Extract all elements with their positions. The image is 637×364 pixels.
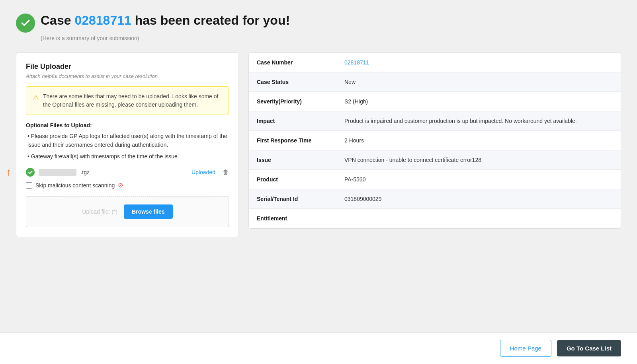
case-details-table: Case Number02818711Case StatusNewSeverit… — [249, 53, 621, 228]
browse-files-button[interactable]: Browse files — [124, 204, 172, 219]
table-row: Entitlement — [249, 209, 621, 228]
table-row: ImpactProduct is impaired and customer p… — [249, 111, 621, 131]
skip-checkbox[interactable] — [26, 182, 32, 189]
uploaded-file-row: ↑ ████████ .tgz Uploaded 🗑 — [26, 168, 229, 177]
table-row: ProductPA-5560 — [249, 170, 621, 189]
file-check-icon — [26, 168, 35, 177]
row-value: PA-5560 — [336, 170, 621, 189]
case-number-link[interactable]: 02818711 — [344, 59, 369, 66]
row-label: Issue — [249, 150, 336, 170]
table-row: Serial/Tenant Id031809000029 — [249, 189, 621, 209]
warning-box: ⚠ There are some files that may need to … — [26, 86, 229, 115]
row-label: Severity(Priority) — [249, 92, 336, 111]
row-label: Case Number — [249, 53, 336, 72]
footer-bar: Home Page Go To Case List — [0, 332, 637, 364]
uploaded-label: Uploaded — [191, 169, 215, 175]
home-page-button[interactable]: Home Page — [500, 340, 551, 357]
warning-icon: ⚠ — [33, 93, 39, 103]
table-row: First Response Time2 Hours — [249, 131, 621, 150]
file-uploader-panel: File Uploader Attach helpful documents t… — [16, 53, 239, 237]
optional-file-1: • Please provide GP App logs for affecte… — [27, 132, 229, 150]
row-value — [336, 209, 621, 228]
subtitle: (Here is a summary of your submission) — [41, 35, 621, 41]
table-row: IssueVPN connection - unable to connect … — [249, 150, 621, 170]
row-value: 02818711 — [336, 53, 621, 72]
header-section: Case 02818711 has been created for you! — [16, 13, 621, 33]
row-value: 031809000029 — [336, 189, 621, 209]
warning-text: There are some files that may need to be… — [43, 92, 222, 109]
row-label: Case Status — [249, 72, 336, 92]
skip-warning-icon: ⊘ — [118, 181, 123, 189]
row-label: Serial/Tenant Id — [249, 189, 336, 209]
optional-file-2: • Gateway firewall(s) with timestamps of… — [27, 152, 229, 161]
case-number-title: 02818711 — [74, 13, 131, 27]
success-icon — [16, 14, 35, 33]
upload-drop-zone[interactable]: Upload file: (*) Browse files — [26, 196, 229, 227]
table-row: Case StatusNew — [249, 72, 621, 92]
row-label: First Response Time — [249, 131, 336, 150]
row-value: New — [336, 72, 621, 92]
row-label: Product — [249, 170, 336, 189]
go-to-case-list-button[interactable]: Go To Case List — [557, 340, 621, 356]
panel-title: File Uploader — [26, 62, 229, 71]
upload-placeholder: Upload file: (*) — [82, 208, 117, 215]
trash-icon[interactable]: 🗑 — [223, 169, 229, 176]
row-label: Impact — [249, 111, 336, 131]
table-row: Case Number02818711 — [249, 53, 621, 72]
skip-label: Skip malicious content scanning — [35, 182, 115, 189]
optional-files-title: Optional Files to Upload: — [26, 122, 229, 128]
title-suffix: has been created for you! — [131, 13, 290, 27]
file-name-ext: .tgz — [80, 169, 90, 175]
case-details-panel: Case Number02818711Case StatusNewSeverit… — [248, 53, 621, 229]
panel-subtitle: Attach helpful documents to assist in yo… — [26, 73, 229, 79]
arrow-indicator: ↑ — [6, 166, 12, 179]
skip-row: Skip malicious content scanning ⊘ — [26, 181, 229, 189]
table-row: Severity(Priority)S2 (High) — [249, 92, 621, 111]
row-value: 2 Hours — [336, 131, 621, 150]
page-title: Case 02818711 has been created for you! — [41, 13, 290, 28]
file-name-redacted: ████████ — [39, 169, 76, 176]
row-value: S2 (High) — [336, 92, 621, 111]
row-label: Entitlement — [249, 209, 336, 228]
title-prefix: Case — [41, 13, 74, 27]
optional-files-list: • Please provide GP App logs for affecte… — [26, 132, 229, 161]
row-value: Product is impaired and customer product… — [336, 111, 621, 131]
row-value: VPN connection - unable to connect certi… — [336, 150, 621, 170]
